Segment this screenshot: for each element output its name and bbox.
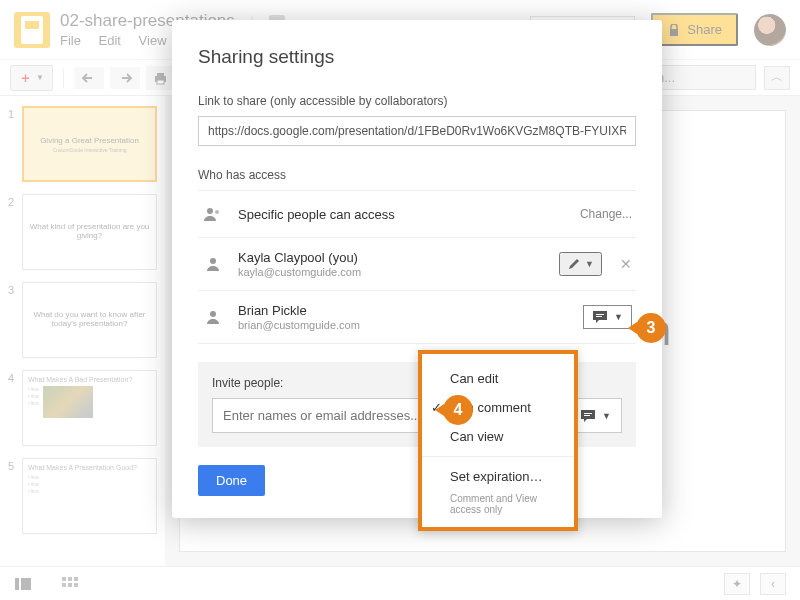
comment-icon	[580, 409, 596, 423]
person-email: brian@customguide.com	[238, 319, 583, 331]
change-access-link[interactable]: Change...	[580, 207, 632, 221]
svg-rect-18	[596, 316, 602, 317]
menu-can-edit[interactable]: Can edit	[422, 364, 574, 393]
share-link-input[interactable]	[198, 116, 636, 146]
svg-rect-20	[584, 415, 590, 416]
menu-set-expiration[interactable]: Set expiration…	[422, 462, 574, 491]
access-scope-text: Specific people can access	[238, 207, 580, 222]
owner-permission-dropdown[interactable]: ▼	[559, 252, 602, 276]
person-name: Kayla Claypool (you)	[238, 250, 559, 265]
access-heading: Who has access	[198, 168, 636, 182]
person-icon	[202, 306, 224, 328]
svg-point-16	[210, 311, 216, 317]
menu-separator	[422, 456, 574, 457]
permission-menu: Can edit Can comment Can view Set expira…	[418, 350, 578, 531]
person-icon	[202, 253, 224, 275]
sharing-settings-dialog: Sharing settings Link to share (only acc…	[172, 20, 662, 518]
dialog-title: Sharing settings	[198, 46, 636, 68]
comment-icon	[592, 310, 608, 324]
svg-point-13	[207, 208, 213, 214]
permission-dropdown[interactable]: ▼	[583, 305, 632, 329]
tutorial-callout-4: 4	[443, 395, 473, 425]
people-icon	[202, 203, 224, 225]
person-name: Brian Pickle	[238, 303, 583, 318]
remove-person-button[interactable]: ✕	[620, 256, 632, 272]
person-row-collaborator: Brian Pickle brian@customguide.com ▼	[198, 291, 636, 344]
svg-rect-17	[596, 314, 604, 315]
person-row-owner: Kayla Claypool (you) kayla@customguide.c…	[198, 238, 636, 291]
menu-note: Comment and View access only	[422, 491, 574, 519]
link-share-label: Link to share (only accessible by collab…	[198, 94, 636, 108]
tutorial-callout-3: 3	[636, 313, 666, 343]
access-scope-row: Specific people can access Change...	[198, 190, 636, 238]
person-email: kayla@customguide.com	[238, 266, 559, 278]
pencil-icon	[567, 257, 581, 271]
done-button[interactable]: Done	[198, 465, 265, 496]
svg-rect-19	[584, 413, 592, 414]
svg-point-15	[210, 258, 216, 264]
svg-point-14	[215, 210, 219, 214]
menu-can-view[interactable]: Can view	[422, 422, 574, 451]
